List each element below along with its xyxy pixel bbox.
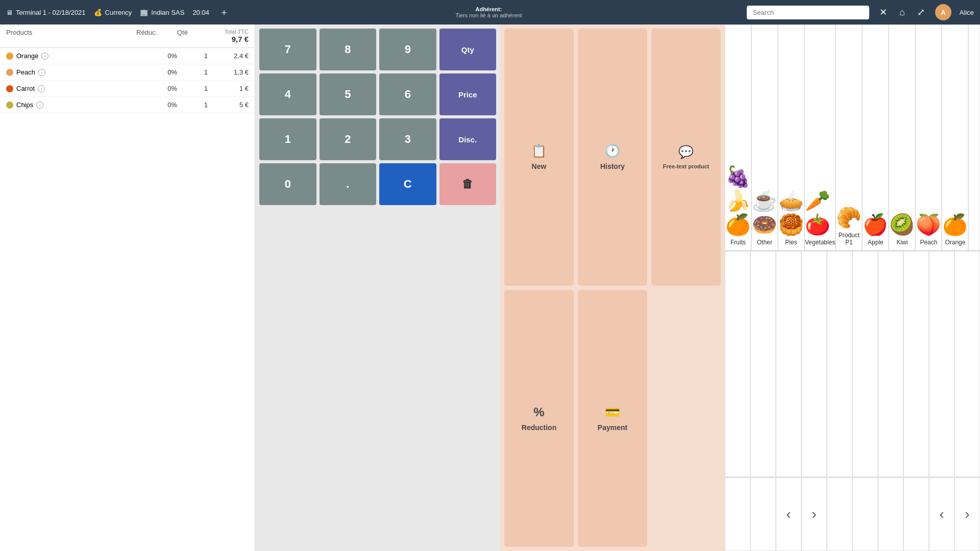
avatar: A: [935, 4, 951, 20]
num-9-button[interactable]: 9: [379, 29, 436, 70]
product-cell-label: Vegetables: [805, 239, 835, 246]
product-cell[interactable]: 🍇🍌🍊 Fruits: [725, 24, 751, 251]
product-cell[interactable]: 🍑 Peach: [915, 24, 942, 251]
product-row-2: [725, 251, 980, 477]
nav-row: ‹›‹›: [725, 477, 980, 551]
num-6-button[interactable]: 6: [379, 73, 436, 115]
num-3-button[interactable]: 3: [379, 118, 436, 160]
product-cell[interactable]: 🍊 Orange: [942, 24, 968, 251]
prev-page-button-2[interactable]: ‹: [929, 478, 954, 550]
new-button[interactable]: 📋 New: [504, 29, 574, 286]
terminal-info: 🖥 Terminal 1 - 02/18/2021: [6, 9, 86, 16]
order-row[interactable]: Carrot i 0% 1 1 €: [0, 81, 255, 97]
user-name: Alice: [960, 9, 974, 16]
nav-cell: [827, 478, 852, 551]
num-5-button[interactable]: 5: [320, 73, 377, 115]
product-cell[interactable]: 🍎 Apple: [862, 24, 889, 251]
nav-cell: ‹: [776, 478, 801, 551]
col-reduc-header: Réduc.: [136, 29, 177, 43]
info-icon[interactable]: i: [38, 85, 45, 92]
num-0-button[interactable]: 0: [259, 163, 316, 205]
product-cell-empty: [725, 251, 750, 477]
product-cell[interactable]: 🥝 Kiwi: [889, 24, 915, 251]
product-cell[interactable]: 🥕🍅 Vegetables: [804, 24, 836, 251]
nav-cell: [903, 478, 929, 551]
search-input[interactable]: [747, 6, 869, 19]
order-panel: Products Réduc. Qté Total TTC 9,7 € Oran…: [0, 24, 255, 551]
num-1-button[interactable]: 1: [259, 118, 316, 160]
product-color-dot: [6, 53, 13, 60]
history-label: History: [600, 162, 625, 170]
info-icon[interactable]: i: [41, 53, 48, 60]
price-button[interactable]: Price: [439, 73, 497, 115]
qty-button[interactable]: Qty: [439, 29, 497, 70]
history-icon: 🕐: [605, 144, 620, 158]
product-image: 🍎: [863, 213, 888, 237]
order-items: Orange i 0% 1 2,4 € Peach i 0% 1 1,3 € C…: [0, 48, 255, 113]
info-icon[interactable]: i: [38, 69, 45, 76]
product-color-dot: [6, 69, 13, 76]
col-product-header: Products: [6, 29, 136, 43]
company-info[interactable]: 🏢 Indian SAS: [140, 9, 184, 16]
product-cell[interactable]: [968, 24, 980, 251]
delete-button[interactable]: 🗑: [439, 163, 497, 205]
action-panel: 📋 New 🕐 History 💬 Free-text product % Re…: [500, 24, 725, 551]
order-row[interactable]: Chips i 0% 1 5 €: [0, 97, 255, 113]
nav-cell: ‹: [929, 478, 954, 551]
main-container: Products Réduc. Qté Total TTC 9,7 € Oran…: [0, 24, 980, 551]
product-cell[interactable]: 🥐 Product P1: [836, 24, 862, 251]
product-image: 🥕🍅: [805, 189, 835, 237]
product-cell[interactable]: ☕🍩 Other: [751, 24, 778, 251]
product-cell-empty: [903, 251, 929, 477]
num-8-button[interactable]: 8: [320, 29, 377, 70]
nav-cell: [750, 478, 776, 551]
free-text-button[interactable]: 💬 Free-text product: [651, 29, 721, 286]
product-cell-label: Pies: [785, 239, 797, 246]
free-text-label: Free-text product: [663, 163, 709, 169]
num-dot-button[interactable]: .: [320, 163, 377, 205]
info-icon[interactable]: i: [36, 102, 43, 109]
nav-cell: [725, 478, 750, 551]
payment-button[interactable]: 💳 Payment: [578, 290, 647, 547]
prev-page-button[interactable]: ‹: [776, 478, 801, 550]
next-page-button-2[interactable]: ›: [955, 478, 979, 550]
product-image: ☕🍩: [752, 189, 777, 237]
num-7-button[interactable]: 7: [259, 29, 316, 70]
product-image: 🥧🥮: [778, 189, 804, 237]
product-image: 🥝: [889, 213, 915, 237]
product-image: 🍑: [916, 213, 941, 237]
numpad-grid: 7 8 9 Qty 4 5 6 Price 1 2 3 Disc. 0 . C …: [259, 29, 496, 205]
products-area: 🍇🍌🍊 Fruits ☕🍩 Other 🥧🥮 Pies 🥕🍅 Vegetable…: [725, 24, 980, 551]
product-cell-empty: [954, 251, 980, 477]
product-cell-empty: [827, 251, 852, 477]
num-2-button[interactable]: 2: [320, 118, 377, 160]
currency-info[interactable]: 💰 Currency: [94, 9, 132, 16]
new-label: New: [532, 162, 547, 170]
product-cell-empty: [852, 251, 878, 477]
terminal-icon: 🖥: [6, 9, 13, 16]
next-page-button[interactable]: ›: [802, 478, 826, 550]
clear-button[interactable]: C: [379, 163, 436, 205]
product-cell-label: Kiwi: [896, 239, 908, 246]
order-row[interactable]: Peach i 0% 1 1,3 €: [0, 64, 255, 81]
new-icon: 📋: [531, 144, 547, 158]
reduction-icon: %: [533, 405, 544, 419]
product-cell[interactable]: 🥧🥮 Pies: [778, 24, 804, 251]
product-name: Chips i: [6, 101, 136, 109]
disc-button[interactable]: Disc.: [439, 118, 497, 160]
order-row[interactable]: Orange i 0% 1 2,4 €: [0, 48, 255, 64]
add-button[interactable]: ＋: [217, 4, 231, 20]
product-cell-empty: [801, 251, 827, 477]
free-text-icon: 💬: [678, 145, 694, 159]
fullscreen-button[interactable]: ⤢: [915, 5, 927, 20]
clear-search-button[interactable]: ✕: [877, 5, 889, 20]
reduction-button[interactable]: % Reduction: [504, 290, 574, 547]
num-4-button[interactable]: 4: [259, 73, 316, 115]
product-image: 🥐: [836, 206, 862, 230]
product-cell-empty: [878, 251, 903, 477]
home-button[interactable]: ⌂: [897, 5, 907, 20]
product-cell-empty: [750, 251, 776, 477]
history-button[interactable]: 🕐 History: [578, 29, 647, 286]
header: 🖥 Terminal 1 - 02/18/2021 💰 Currency 🏢 I…: [0, 0, 980, 24]
product-name: Peach i: [6, 68, 136, 76]
